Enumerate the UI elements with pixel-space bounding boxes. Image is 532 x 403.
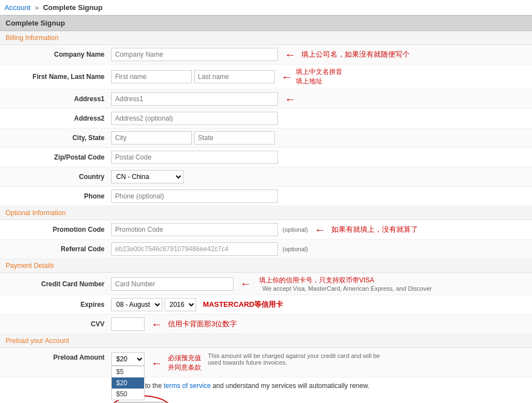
billing-section-header: Billing Information [0, 31, 532, 45]
name-arrow-container: ← 填上中文名拼音 填上地址 [281, 67, 342, 86]
company-arrow-container: ← 填上公司名，如果没有就随便写个 [285, 48, 410, 61]
preload-arrow-icon: ← [151, 357, 162, 370]
preload-annotation-line2: 并同意条款 [168, 363, 201, 372]
expires-label: Expires [0, 301, 111, 309]
expires-month-select[interactable]: 08 - August [111, 298, 162, 311]
country-row: Country CN - China US - United States [0, 167, 532, 187]
preload-field: $5 $20 $50 $5 $20 $50 ← 必须预充值 并同意条款 [111, 352, 532, 372]
first-name-input[interactable] [111, 70, 192, 83]
state-input[interactable] [194, 131, 275, 145]
name-field: ← 填上中文名拼音 填上地址 [111, 67, 532, 86]
cc-info-block: 填上你的信用卡号，只支持双币带VISA We accept Visa, Mast… [259, 276, 432, 292]
cvv-label: CVV [0, 320, 111, 328]
zip-label: Zip/Postal Code [0, 153, 111, 161]
promo-optional: (optional) [282, 226, 308, 233]
zip-field [111, 151, 532, 164]
phone-field [111, 190, 532, 203]
preload-amount-dropdown-container: $5 $20 $50 $5 $20 $50 [111, 352, 145, 366]
promo-input[interactable] [111, 223, 278, 236]
city-state-field [111, 131, 532, 145]
name-annotation-line2: 填上地址 [296, 77, 342, 86]
cvv-field: ← 信用卡背面那3位数字 [111, 317, 532, 331]
preload-arrow-container: ← 必须预充值 并同意条款 [151, 354, 201, 372]
preload-item-20[interactable]: $20 [112, 377, 144, 389]
promo-annotation: 如果有就填上，没有就算了 [331, 225, 418, 235]
cc-arrow-icon: ← [240, 277, 251, 290]
country-label: Country [0, 173, 111, 181]
last-name-input[interactable] [194, 70, 275, 83]
page-header: Complete Signup [0, 15, 532, 31]
promo-arrow-icon: ← [315, 223, 326, 236]
address2-row: Address2 [0, 109, 532, 128]
city-state-row: City, State [0, 128, 532, 148]
address1-label: Address1 [0, 95, 111, 103]
address2-input[interactable] [111, 112, 278, 125]
terms-link[interactable]: terms of service [163, 382, 211, 390]
breadcrumb-separator: » [35, 3, 39, 12]
preload-select-wrapper: $5 $20 $50 [111, 352, 145, 366]
referral-row: Referral Code (optional) [0, 240, 532, 259]
country-select[interactable]: CN - China US - United States [111, 170, 183, 183]
preload-label: Preload Amount [0, 352, 111, 361]
mastercard-annotation: MASTERCARD等信用卡 [203, 300, 283, 310]
preload-note: This amount will be charged against your… [208, 352, 386, 366]
add-credit-container: Add Credit [0, 392, 532, 403]
cvv-arrow-icon: ← [151, 318, 162, 331]
address2-label: Address2 [0, 115, 111, 122]
promo-label: Promotion Code [0, 226, 111, 233]
address1-input[interactable] [111, 92, 278, 106]
payment-section-header: Payment Details [0, 259, 532, 273]
breadcrumb-current: Complete Signup [43, 3, 102, 12]
preload-row: Preload Amount $5 $20 $50 $5 $20 $50 ← [0, 348, 532, 377]
expires-year-select[interactable]: 2016 [165, 298, 196, 311]
cvv-input[interactable] [111, 317, 145, 331]
company-name-label: Company Name [0, 51, 111, 58]
name-arrow-icon: ← [281, 71, 292, 83]
phone-row: Phone [0, 187, 532, 206]
referral-label: Referral Code [0, 245, 111, 253]
address1-field: ← [111, 92, 532, 106]
name-label: First Name, Last Name [0, 73, 111, 81]
expires-row: Expires 08 - August 2016 MASTERCARD等信用卡 [0, 295, 532, 315]
phone-label: Phone [0, 192, 111, 200]
cvv-row: CVV ← 信用卡背面那3位数字 [0, 315, 532, 334]
cc-annotation: 填上你的信用卡号，只支持双币带VISA [259, 276, 432, 285]
terms-row: I agree to the terms of service and unde… [0, 377, 532, 392]
preload-item-5[interactable]: $5 [112, 366, 144, 377]
city-input[interactable] [111, 131, 192, 145]
company-name-input[interactable] [111, 48, 278, 61]
referral-field: (optional) [111, 242, 532, 256]
preload-item-50[interactable]: $50 [112, 389, 144, 400]
referral-input[interactable] [111, 242, 278, 256]
preload-dropdown-menu: $5 $20 $50 [111, 366, 145, 400]
preload-annotation-line1: 必须预充值 [168, 354, 201, 363]
referral-optional: (optional) [282, 246, 308, 252]
breadcrumb: Account » Complete Signup [0, 0, 532, 15]
address1-arrow-icon: ← [285, 93, 296, 106]
company-annotation: 填上公司名，如果没有就随便写个 [301, 49, 410, 59]
cc-arrow-container: ← [240, 277, 255, 290]
promo-row: Promotion Code (optional) ← 如果有就填上，没有就算了 [0, 220, 532, 240]
cc-label: Credit Card Number [0, 280, 111, 288]
country-field: CN - China US - United States [111, 170, 532, 183]
address1-row: Address1 ← [0, 89, 532, 109]
phone-input[interactable] [111, 190, 278, 203]
account-link[interactable]: Account [4, 3, 31, 12]
cc-info-text: We accept Visa, MasterCard, American Exp… [262, 285, 432, 292]
cc-row: Credit Card Number ← 填上你的信用卡号，只支持双币带VISA… [0, 273, 532, 295]
name-annotation-block: 填上中文名拼音 填上地址 [296, 67, 342, 86]
company-name-row: Company Name ← 填上公司名，如果没有就随便写个 [0, 45, 532, 64]
preload-section-header: Preload your Account [0, 334, 532, 348]
city-state-label: City, State [0, 134, 111, 142]
cvv-annotation: 信用卡背面那3位数字 [168, 319, 237, 329]
preload-annotation-block: 必须预充值 并同意条款 [168, 354, 201, 372]
zip-row: Zip/Postal Code [0, 148, 532, 167]
zip-input[interactable] [111, 151, 278, 164]
preload-amount-select[interactable]: $5 $20 $50 [111, 352, 145, 366]
optional-section-header: Optional Information [0, 206, 532, 220]
company-name-field: ← 填上公司名，如果没有就随便写个 [111, 48, 532, 61]
cc-field: ← 填上你的信用卡号，只支持双币带VISA We accept Visa, Ma… [111, 276, 532, 292]
cc-input[interactable] [111, 277, 233, 291]
promo-field: (optional) ← 如果有就填上，没有就算了 [111, 223, 532, 236]
expires-field: 08 - August 2016 MASTERCARD等信用卡 [111, 298, 532, 311]
